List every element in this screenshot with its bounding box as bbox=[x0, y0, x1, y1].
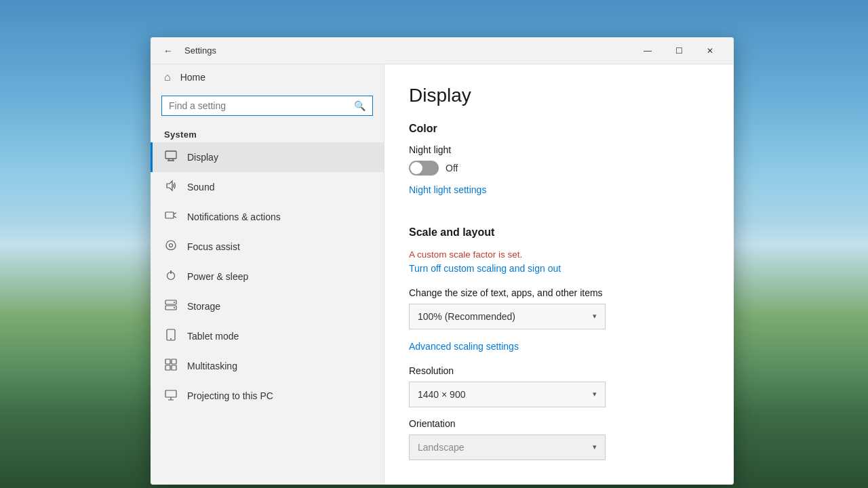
svg-marker-4 bbox=[167, 181, 172, 190]
title-bar-left: ← Settings bbox=[159, 41, 632, 60]
orientation-row: Orientation Landscape ▾ bbox=[409, 418, 709, 460]
resolution-value: 1440 × 900 bbox=[418, 389, 465, 400]
svg-rect-19 bbox=[165, 365, 170, 370]
night-light-toggle-row: Off bbox=[409, 161, 709, 176]
sound-icon bbox=[164, 180, 178, 195]
search-icon: 🔍 bbox=[354, 100, 366, 111]
toggle-knob bbox=[410, 162, 422, 174]
window-controls: — ☐ ✕ bbox=[632, 40, 726, 62]
text-size-label: Change the size of text, apps, and other… bbox=[409, 287, 709, 298]
text-size-dropdown[interactable]: 100% (Recommended) ▾ bbox=[409, 304, 606, 329]
tablet-icon bbox=[164, 329, 178, 344]
resolution-row: Resolution 1440 × 900 ▾ bbox=[409, 365, 709, 407]
notifications-nav-label: Notifications & actions bbox=[187, 211, 281, 222]
display-nav-label: Display bbox=[187, 152, 218, 163]
page-title: Display bbox=[409, 85, 709, 106]
svg-line-6 bbox=[174, 213, 176, 214]
svg-rect-0 bbox=[165, 151, 176, 159]
minimize-button[interactable]: — bbox=[632, 40, 663, 62]
title-bar: ← Settings — ☐ ✕ bbox=[151, 37, 734, 64]
svg-point-13 bbox=[174, 302, 175, 303]
text-size-value: 100% (Recommended) bbox=[418, 311, 515, 322]
home-icon: ⌂ bbox=[164, 71, 171, 83]
scale-warning: A custom scale factor is set. Turn off c… bbox=[409, 248, 709, 277]
night-light-label: Night light bbox=[409, 144, 709, 155]
sidebar-item-sound[interactable]: Sound bbox=[151, 172, 384, 202]
sidebar-item-display[interactable]: Display bbox=[151, 142, 384, 172]
multitasking-icon bbox=[164, 359, 178, 373]
projecting-nav-label: Projecting to this PC bbox=[187, 390, 273, 401]
color-heading: Color bbox=[409, 123, 709, 135]
search-box[interactable]: 🔍 bbox=[161, 96, 373, 116]
sidebar-item-multitasking[interactable]: Multitasking bbox=[151, 351, 384, 381]
svg-point-16 bbox=[170, 338, 172, 340]
sidebar-item-tablet[interactable]: Tablet mode bbox=[151, 321, 384, 351]
close-button[interactable]: ✕ bbox=[694, 40, 726, 62]
advanced-scaling-link[interactable]: Advanced scaling settings bbox=[409, 341, 519, 352]
chevron-down-icon-3: ▾ bbox=[593, 443, 597, 451]
window-title: Settings bbox=[184, 45, 216, 56]
orientation-dropdown[interactable]: Landscape ▾ bbox=[409, 434, 606, 460]
sidebar-item-home[interactable]: ⌂ Home bbox=[151, 64, 384, 90]
back-button[interactable]: ← bbox=[159, 41, 178, 60]
multitasking-nav-label: Multitasking bbox=[187, 361, 237, 371]
svg-rect-18 bbox=[172, 359, 176, 364]
scale-layout-section: Scale and layout A custom scale factor i… bbox=[409, 226, 709, 460]
night-light-toggle[interactable] bbox=[409, 161, 439, 176]
sidebar: ⌂ Home 🔍 System Display bbox=[151, 64, 384, 485]
power-icon bbox=[164, 269, 178, 284]
back-arrow-icon: ← bbox=[163, 45, 173, 56]
notifications-icon bbox=[164, 209, 178, 224]
svg-line-7 bbox=[174, 216, 176, 218]
scale-layout-heading: Scale and layout bbox=[409, 226, 709, 239]
sidebar-item-projecting[interactable]: Projecting to this PC bbox=[151, 381, 384, 411]
sidebar-item-power[interactable]: Power & sleep bbox=[151, 262, 384, 291]
sound-nav-label: Sound bbox=[187, 182, 214, 192]
focus-nav-label: Focus assist bbox=[187, 241, 240, 252]
tablet-nav-label: Tablet mode bbox=[187, 331, 239, 342]
orientation-value: Landscape bbox=[418, 442, 465, 453]
sidebar-item-storage[interactable]: Storage bbox=[151, 291, 384, 321]
night-light-state: Off bbox=[446, 163, 458, 174]
system-section-label: System bbox=[151, 125, 384, 142]
focus-icon bbox=[164, 239, 178, 254]
svg-rect-5 bbox=[165, 212, 174, 218]
night-light-settings-link[interactable]: Night light settings bbox=[409, 184, 486, 195]
projecting-icon bbox=[164, 388, 178, 403]
search-input[interactable] bbox=[169, 100, 349, 111]
svg-rect-20 bbox=[172, 365, 176, 370]
turn-off-scaling-link[interactable]: Turn off custom scaling and sign out bbox=[409, 262, 561, 276]
display-icon bbox=[164, 150, 178, 165]
power-nav-label: Power & sleep bbox=[187, 271, 248, 282]
chevron-down-icon-2: ▾ bbox=[593, 390, 597, 399]
svg-point-8 bbox=[170, 244, 173, 247]
storage-icon bbox=[164, 299, 178, 314]
content-area: ⌂ Home 🔍 System Display bbox=[151, 64, 734, 485]
svg-rect-17 bbox=[165, 359, 170, 364]
chevron-down-icon: ▾ bbox=[593, 312, 597, 321]
storage-nav-label: Storage bbox=[187, 301, 220, 312]
warning-line1: A custom scale factor is set. bbox=[409, 249, 522, 260]
main-panel: Display Color Night light Off Night ligh… bbox=[384, 64, 734, 485]
color-section: Color Night light Off Night light settin… bbox=[409, 123, 709, 213]
orientation-label: Orientation bbox=[409, 418, 709, 429]
home-label: Home bbox=[180, 72, 205, 83]
text-size-row: Change the size of text, apps, and other… bbox=[409, 287, 709, 329]
sidebar-item-notifications[interactable]: Notifications & actions bbox=[151, 202, 384, 232]
resolution-label: Resolution bbox=[409, 365, 709, 376]
maximize-button[interactable]: ☐ bbox=[663, 40, 694, 62]
svg-rect-21 bbox=[165, 390, 176, 397]
settings-window: ← Settings — ☐ ✕ ⌂ Home 🔍 System bbox=[151, 37, 734, 485]
svg-point-14 bbox=[174, 307, 175, 308]
sidebar-item-focus[interactable]: Focus assist bbox=[151, 232, 384, 262]
resolution-dropdown[interactable]: 1440 × 900 ▾ bbox=[409, 382, 606, 407]
